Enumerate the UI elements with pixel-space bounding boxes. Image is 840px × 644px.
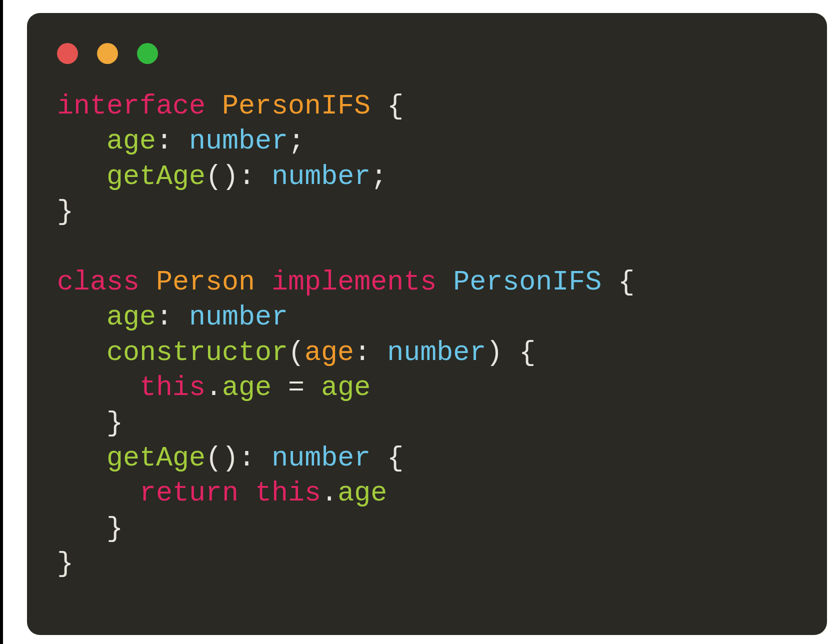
brace-open: {	[370, 442, 404, 474]
keyword-interface: interface	[57, 90, 206, 122]
property-age: age	[338, 478, 387, 509]
paren-open: (	[206, 442, 222, 474]
indent	[57, 513, 106, 544]
type-PersonIFS: PersonIFS	[453, 266, 602, 298]
colon: :	[156, 302, 189, 333]
paren-close-colon: ):	[222, 442, 272, 474]
method-getAge: getAge	[106, 442, 206, 474]
window-minimize-icon[interactable]	[97, 43, 118, 64]
property-age: age	[106, 302, 156, 333]
interface-name: PersonIFS	[222, 90, 370, 122]
keyword-return: return	[140, 478, 238, 509]
keyword-this: this	[140, 372, 206, 404]
code-window: interface PersonIFS { age: number; getAg…	[27, 13, 827, 635]
paren-close-brace: ) {	[486, 337, 536, 368]
code-block: interface PersonIFS { age: number; getAg…	[57, 89, 797, 582]
window-zoom-icon[interactable]	[137, 43, 158, 64]
method-getAge: getAge	[106, 161, 206, 192]
window-close-icon[interactable]	[57, 43, 78, 64]
brace-close: }	[106, 408, 123, 439]
indent	[57, 302, 106, 333]
class-name: Person	[156, 266, 255, 298]
space	[255, 266, 272, 298]
space	[436, 266, 453, 298]
space	[238, 478, 255, 509]
brace-open: {	[370, 90, 404, 122]
keyword-implements: implements	[272, 266, 436, 298]
indent	[57, 337, 106, 368]
type-number: number	[189, 126, 288, 157]
paren-open: (	[288, 337, 304, 368]
brace-close: }	[57, 196, 74, 228]
colon: :	[354, 337, 387, 368]
type-number: number	[272, 442, 370, 474]
space	[206, 90, 222, 122]
indent	[57, 161, 106, 192]
equals: =	[272, 372, 321, 404]
semicolon: ;	[288, 126, 304, 157]
type-number: number	[189, 302, 288, 333]
semicolon: ;	[370, 161, 387, 192]
keyword-class: class	[57, 266, 140, 298]
page: interface PersonIFS { age: number; getAg…	[0, 0, 840, 644]
property-age: age	[222, 372, 272, 404]
constructor: constructor	[106, 337, 288, 368]
indent	[57, 478, 140, 509]
brace-close: }	[57, 548, 74, 580]
indent	[57, 408, 106, 439]
indent	[57, 126, 106, 157]
indent	[57, 442, 106, 474]
dot: .	[321, 478, 338, 509]
space	[140, 266, 156, 298]
dot: .	[206, 372, 222, 404]
brace-open: {	[602, 266, 634, 298]
param-age: age	[304, 337, 354, 368]
type-number: number	[387, 337, 486, 368]
keyword-this: this	[255, 478, 321, 509]
window-controls	[57, 43, 797, 64]
paren-close-colon: ):	[222, 161, 272, 192]
indent	[57, 372, 140, 404]
type-number: number	[272, 161, 370, 192]
brace-close: }	[106, 513, 123, 544]
identifier-age: age	[321, 372, 370, 404]
paren-open: (	[206, 161, 222, 192]
property-age: age	[106, 126, 156, 157]
colon: :	[156, 126, 189, 157]
